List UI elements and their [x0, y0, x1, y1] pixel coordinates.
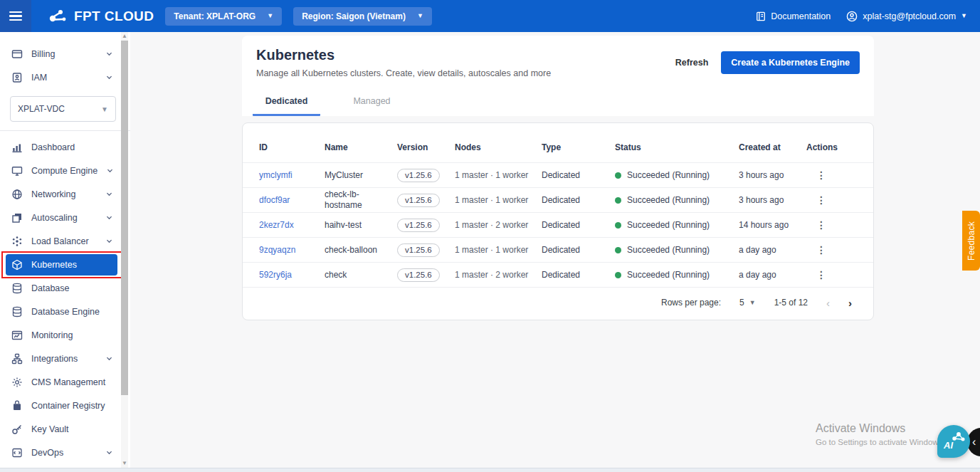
column-header-id: ID [259, 142, 325, 152]
sidebar-item-cms-management[interactable]: CMS Management [6, 370, 117, 394]
refresh-button[interactable]: Refresh [675, 58, 709, 68]
sidebar-scrollbar[interactable]: ▲ ▼ [121, 32, 128, 468]
billing-card-icon [11, 48, 23, 60]
page-subtitle: Manage all Kubernetes clusters. Create, … [256, 68, 551, 78]
chevron-down-icon: ▼ [961, 13, 967, 19]
chevron-down-icon: ▼ [101, 105, 108, 113]
tab-managed[interactable]: Managed [338, 96, 406, 116]
sidebar-item-label: DevOps [31, 448, 63, 458]
cluster-id-link[interactable]: 9zqyaqzn [259, 245, 325, 255]
sidebar-item-label: Database [31, 283, 70, 293]
monitoring-window-icon [11, 330, 23, 341]
database-icon [11, 306, 23, 318]
rows-per-page-label: Rows per page: [661, 298, 721, 308]
sidebar-item-integrations[interactable]: Integrations [6, 347, 117, 370]
key-icon [11, 424, 23, 435]
horizontal-scrollbar[interactable] [0, 468, 980, 472]
region-selector[interactable]: Region: Saigon (Vietnam) ▼ [293, 7, 432, 26]
chevron-down-icon: ▼ [749, 299, 756, 306]
sidebar-item-iam[interactable]: IAM [6, 65, 117, 89]
created-at: 3 hours ago [739, 195, 806, 205]
previous-page-button[interactable]: ‹ [826, 297, 830, 309]
status-dot-icon [615, 272, 621, 278]
user-email: xplat-stg@fptcloud.com [863, 11, 956, 21]
cluster-id-link[interactable]: 592ry6ja [259, 270, 325, 280]
chevron-down-icon [105, 449, 113, 456]
pagination: Rows per page: 5 ▼ 1-5 of 12 ‹ › [243, 288, 873, 318]
activate-windows-line1: Activate Windows [816, 422, 942, 435]
cluster-nodes: 1 master · 2 worker [455, 220, 542, 230]
sidebar-item-load-balancer[interactable]: Load Balancer [6, 229, 117, 253]
vdc-selector[interactable]: XPLAT-VDC ▼ [10, 96, 116, 122]
chevron-down-icon [105, 237, 113, 245]
fpt-ai-chat-widget[interactable]: AI [937, 425, 970, 458]
row-actions-menu-button[interactable]: ⋮ [816, 220, 826, 230]
logo-text: FPT CLOUD [74, 9, 154, 24]
region-label: Region: Saigon (Vietnam) [302, 11, 406, 21]
chevron-down-icon [105, 50, 113, 58]
sidebar-divider [0, 130, 130, 131]
created-at: a day ago [739, 270, 806, 280]
sidebar-item-autoscaling[interactable]: Autoscaling [6, 206, 117, 229]
sidebar-item-dashboard[interactable]: Dashboard [6, 135, 117, 159]
row-actions-menu-button[interactable]: ⋮ [816, 245, 826, 255]
sidebar-item-label: Dashboard [31, 142, 75, 152]
menu-toggle-button[interactable] [0, 0, 31, 32]
tenant-selector[interactable]: Tenant: XPLAT-ORG ▼ [165, 7, 282, 26]
status-badge: Succeeded (Running) [627, 170, 710, 180]
row-actions-menu-button[interactable]: ⋮ [816, 195, 826, 205]
scroll-up-icon[interactable]: ▲ [121, 33, 128, 40]
user-menu[interactable]: xplat-stg@fptcloud.com ▼ [846, 11, 967, 22]
sidebar-item-label: Integrations [31, 354, 78, 364]
version-badge: v1.25.6 [397, 169, 440, 182]
topbar-right: Documentation xplat-stg@fptcloud.com ▼ [756, 11, 967, 22]
ai-logo-icon: AI [942, 429, 966, 453]
user-avatar-icon [846, 11, 858, 22]
sidebar-item-billing[interactable]: Billing [6, 42, 117, 65]
chevron-down-icon [105, 190, 113, 198]
cluster-type: Dedicated [542, 270, 615, 280]
row-actions-menu-button[interactable]: ⋮ [816, 270, 826, 280]
documentation-label: Documentation [771, 11, 831, 21]
cluster-id-link[interactable]: dfocf9ar [259, 195, 325, 205]
tab-dedicated[interactable]: Dedicated [253, 96, 320, 116]
create-kubernetes-engine-button[interactable]: Create a Kubernetes Engine [721, 51, 860, 74]
status-dot-icon [615, 222, 621, 229]
documentation-link[interactable]: Documentation [756, 11, 831, 21]
rows-per-page-value: 5 [739, 298, 744, 308]
sidebar-item-database-engine[interactable]: Database Engine [6, 300, 117, 323]
sidebar-item-label: Billing [31, 49, 55, 59]
table-row: 592ry6ja check v1.25.6 1 master · 2 work… [243, 263, 873, 288]
bar-chart-icon [11, 142, 23, 153]
sidebar-item-key-vault[interactable]: Key Vault [6, 417, 117, 441]
sidebar-item-kubernetes[interactable]: Kubernetes [6, 254, 117, 276]
rows-per-page-select[interactable]: 5 ▼ [739, 298, 756, 308]
cluster-type: Dedicated [542, 245, 615, 255]
scroll-down-icon[interactable]: ▼ [121, 460, 128, 467]
scrollbar-thumb[interactable] [121, 41, 128, 395]
sidebar-item-devops[interactable]: DevOps [6, 441, 117, 464]
page-actions: Refresh Create a Kubernetes Engine [675, 51, 860, 74]
row-actions-menu-button[interactable]: ⋮ [816, 170, 826, 180]
sidebar-item-networking[interactable]: Networking [6, 182, 117, 206]
fpt-cloud-logo: FPT CLOUD [47, 7, 154, 26]
cluster-type: Dedicated [542, 220, 615, 230]
sidebar-item-monitoring[interactable]: Monitoring [6, 323, 117, 347]
database-icon [11, 283, 23, 294]
sidebar-item-container-registry[interactable]: Container Registry [6, 394, 117, 417]
cluster-id-link[interactable]: ymclymfi [259, 170, 325, 180]
activate-windows-line2: Go to Settings to activate Windows [816, 438, 942, 446]
top-header: FPT CLOUD Tenant: XPLAT-ORG ▼ Region: Sa… [0, 0, 980, 32]
cluster-id-link[interactable]: 2kezr7dx [259, 220, 325, 230]
sidebar-item-compute-engine[interactable]: Compute Engine [6, 159, 117, 182]
cluster-name: check [325, 270, 397, 280]
gear-icon [11, 377, 23, 388]
created-at: 3 hours ago [739, 170, 806, 180]
status-dot-icon [615, 197, 621, 204]
page-header-card: Kubernetes Manage all Kubernetes cluster… [242, 36, 874, 116]
feedback-tab[interactable]: Feedback [962, 211, 980, 271]
sidebar-item-label: Kubernetes [31, 260, 77, 270]
next-page-button[interactable]: › [848, 297, 852, 309]
chevron-left-icon: ‹ [972, 436, 976, 449]
sidebar-item-database[interactable]: Database [6, 276, 117, 300]
